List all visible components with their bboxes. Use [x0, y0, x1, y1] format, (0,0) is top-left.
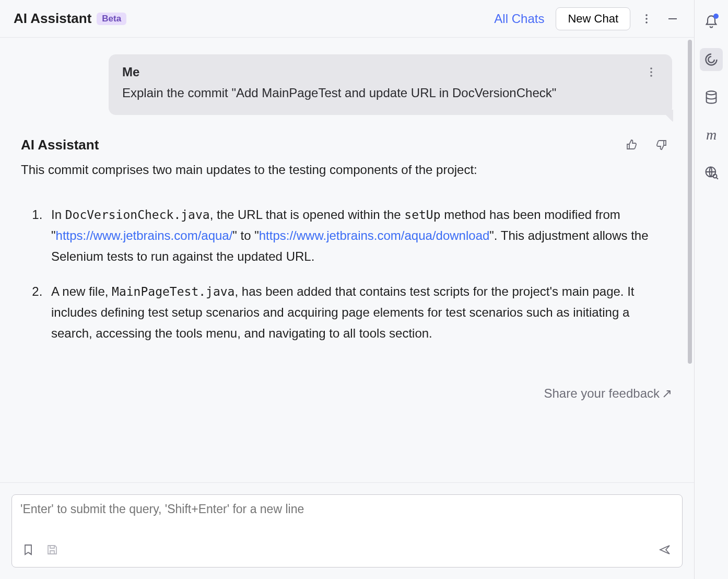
at-spiral-icon [704, 52, 719, 67]
send-icon [659, 543, 671, 556]
ai-assistant-tab[interactable] [700, 48, 723, 71]
notification-dot [713, 14, 719, 19]
minimize-button[interactable] [663, 9, 683, 29]
assistant-message: AI Assistant This commit comprises two m… [20, 135, 672, 343]
maven-tab[interactable]: m [700, 123, 723, 146]
all-chats-link[interactable]: All Chats [494, 11, 544, 26]
header: AI Assistant Beta All Chats New Chat [0, 0, 694, 38]
bookmark-button[interactable] [20, 542, 36, 558]
web-inspector-tab[interactable] [700, 161, 723, 184]
url-link[interactable]: https://www.jetbrains.com/aqua/download [259, 228, 490, 242]
database-tab[interactable] [700, 86, 723, 109]
chat-scroll-area[interactable]: Me Explain the commit "Add MainPageTest … [0, 38, 694, 482]
svg-point-6 [650, 75, 652, 77]
svg-point-5 [650, 71, 652, 73]
assistant-list: In DocVersionCheck.java, the URL that is… [21, 204, 671, 343]
code-filename: MainPageTest.java [112, 285, 234, 298]
svg-point-7 [707, 91, 717, 95]
assistant-sender-label: AI Assistant [21, 137, 99, 153]
kebab-icon [645, 66, 657, 78]
kebab-icon [640, 13, 653, 25]
main-panel: AI Assistant Beta All Chats New Chat Me [0, 0, 695, 579]
url-link[interactable]: https://www.jetbrains.com/aqua/ [56, 228, 233, 242]
assistant-intro-text: This commit comprises two main updates t… [21, 160, 671, 179]
external-link-icon: ↗ [662, 386, 672, 400]
minimize-icon [666, 13, 679, 25]
beta-badge: Beta [97, 13, 126, 25]
user-message-bubble: Me Explain the commit "Add MainPageTest … [109, 54, 672, 115]
save-button[interactable] [44, 542, 60, 558]
notifications-button[interactable] [700, 10, 723, 33]
bookmark-icon [22, 543, 34, 556]
chat-input[interactable] [20, 502, 674, 541]
input-area [0, 482, 694, 579]
svg-point-2 [645, 21, 648, 24]
user-message-text: Explain the commit "Add MainPageTest and… [122, 84, 659, 102]
share-feedback-link[interactable]: Share your feedback↗ [0, 379, 692, 405]
app-title: AI Assistant [14, 10, 91, 27]
thumbs-down-button[interactable] [651, 135, 671, 155]
thumbs-up-button[interactable] [622, 135, 642, 155]
send-button[interactable] [656, 541, 674, 559]
database-icon [704, 90, 719, 105]
chat-input-box[interactable] [11, 494, 683, 568]
user-sender-label: Me [122, 65, 139, 79]
message-options-button[interactable] [644, 65, 659, 79]
more-options-button[interactable] [637, 9, 656, 29]
right-sidebar: m [695, 0, 728, 579]
thumbs-down-icon [655, 138, 667, 151]
globe-search-icon [704, 165, 719, 180]
scrollbar[interactable] [688, 40, 693, 395]
svg-point-1 [645, 18, 648, 20]
save-icon [46, 543, 58, 556]
svg-point-0 [645, 14, 648, 16]
thumbs-up-icon [626, 138, 638, 151]
list-item: In DocVersionCheck.java, the URL that is… [46, 204, 671, 267]
svg-point-4 [650, 67, 652, 70]
code-method: setUp [404, 208, 440, 222]
list-item: A new file, MainPageTest.java, has been … [46, 281, 671, 343]
code-filename: DocVersionCheck.java [65, 208, 210, 222]
new-chat-button[interactable]: New Chat [556, 7, 630, 30]
